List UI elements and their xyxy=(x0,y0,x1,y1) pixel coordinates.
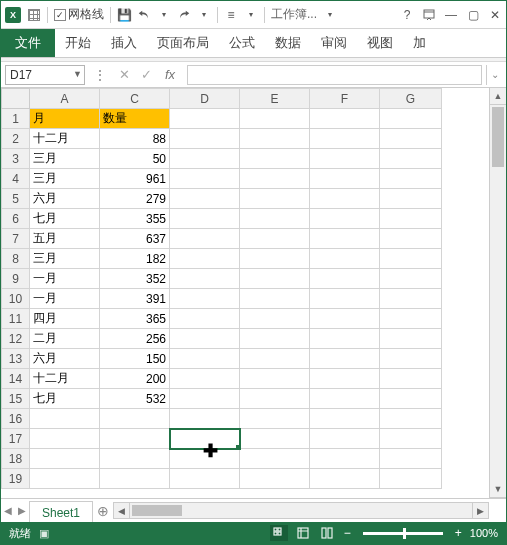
cell-F11[interactable] xyxy=(310,309,380,329)
cell-G8[interactable] xyxy=(380,249,442,269)
tab-insert[interactable]: 插入 xyxy=(101,29,147,57)
cell-A19[interactable] xyxy=(30,469,100,489)
cell-C2[interactable]: 88 xyxy=(100,129,170,149)
gridlines-toggle[interactable]: ✓网格线 xyxy=(54,6,104,23)
cell-A17[interactable] xyxy=(30,429,100,449)
undo-icon[interactable] xyxy=(137,8,151,22)
cell-D8[interactable] xyxy=(170,249,240,269)
scroll-right-icon[interactable]: ▶ xyxy=(472,502,489,519)
cell-G7[interactable] xyxy=(380,229,442,249)
cell-C12[interactable]: 256 xyxy=(100,329,170,349)
cell-D7[interactable] xyxy=(170,229,240,249)
close-icon[interactable]: ✕ xyxy=(488,8,502,22)
cell-C5[interactable]: 279 xyxy=(100,189,170,209)
cell-C3[interactable]: 50 xyxy=(100,149,170,169)
cell-D1[interactable] xyxy=(170,109,240,129)
cell-F4[interactable] xyxy=(310,169,380,189)
cell-A3[interactable]: 三月 xyxy=(30,149,100,169)
cell-A4[interactable]: 三月 xyxy=(30,169,100,189)
cell-F8[interactable] xyxy=(310,249,380,269)
cell-G17[interactable] xyxy=(380,429,442,449)
cell-G14[interactable] xyxy=(380,369,442,389)
cell-G1[interactable] xyxy=(380,109,442,129)
cell-G10[interactable] xyxy=(380,289,442,309)
cell-F9[interactable] xyxy=(310,269,380,289)
fx-icon[interactable]: fx xyxy=(159,67,181,82)
cell-A1[interactable]: 月 xyxy=(30,109,100,129)
cell-C16[interactable] xyxy=(100,409,170,429)
tab-more[interactable]: 加 xyxy=(403,29,436,57)
row-header-16[interactable]: 16 xyxy=(2,409,30,429)
formula-bar[interactable] xyxy=(187,65,482,85)
zoom-out-icon[interactable]: − xyxy=(342,526,353,540)
hscroll-thumb[interactable] xyxy=(132,505,182,516)
macro-record-icon[interactable]: ▣ xyxy=(39,527,49,540)
cell-D19[interactable] xyxy=(170,469,240,489)
align-dropdown-icon[interactable]: ▾ xyxy=(244,8,258,22)
cell-F1[interactable] xyxy=(310,109,380,129)
cell-A18[interactable] xyxy=(30,449,100,469)
view-normal-icon[interactable] xyxy=(270,525,288,541)
cell-D15[interactable] xyxy=(170,389,240,409)
grid-view-icon[interactable] xyxy=(27,8,41,22)
tab-layout[interactable]: 页面布局 xyxy=(147,29,219,57)
vscroll-thumb[interactable] xyxy=(492,107,504,167)
cell-E3[interactable] xyxy=(240,149,310,169)
row-header-11[interactable]: 11 xyxy=(2,309,30,329)
row-header-19[interactable]: 19 xyxy=(2,469,30,489)
view-pagelayout-icon[interactable] xyxy=(294,525,312,541)
cell-A13[interactable]: 六月 xyxy=(30,349,100,369)
cell-C19[interactable] xyxy=(100,469,170,489)
cell-D6[interactable] xyxy=(170,209,240,229)
sheet-tab[interactable]: Sheet1 xyxy=(29,501,93,523)
row-header-3[interactable]: 3 xyxy=(2,149,30,169)
row-header-1[interactable]: 1 xyxy=(2,109,30,129)
col-header-G[interactable]: G xyxy=(380,89,442,109)
row-header-7[interactable]: 7 xyxy=(2,229,30,249)
select-all-corner[interactable] xyxy=(2,89,30,109)
cell-F19[interactable] xyxy=(310,469,380,489)
row-header-17[interactable]: 17 xyxy=(2,429,30,449)
ribbon-options-icon[interactable] xyxy=(422,8,436,22)
tab-data[interactable]: 数据 xyxy=(265,29,311,57)
tab-nav-prev-icon[interactable]: ◀ xyxy=(1,505,15,516)
cell-F12[interactable] xyxy=(310,329,380,349)
cell-E15[interactable] xyxy=(240,389,310,409)
cell-E9[interactable] xyxy=(240,269,310,289)
row-header-13[interactable]: 13 xyxy=(2,349,30,369)
row-header-10[interactable]: 10 xyxy=(2,289,30,309)
cell-D2[interactable] xyxy=(170,129,240,149)
row-header-12[interactable]: 12 xyxy=(2,329,30,349)
cell-G19[interactable] xyxy=(380,469,442,489)
cell-D9[interactable] xyxy=(170,269,240,289)
cell-D4[interactable] xyxy=(170,169,240,189)
cell-E2[interactable] xyxy=(240,129,310,149)
cell-C7[interactable]: 637 xyxy=(100,229,170,249)
tab-formulas[interactable]: 公式 xyxy=(219,29,265,57)
add-sheet-icon[interactable]: ⊕ xyxy=(93,503,113,519)
cell-D18[interactable] xyxy=(170,449,240,469)
scroll-up-icon[interactable]: ▲ xyxy=(490,88,506,105)
cell-E10[interactable] xyxy=(240,289,310,309)
cell-D13[interactable] xyxy=(170,349,240,369)
cell-D11[interactable] xyxy=(170,309,240,329)
cell-C18[interactable] xyxy=(100,449,170,469)
redo-icon[interactable] xyxy=(177,8,191,22)
row-header-4[interactable]: 4 xyxy=(2,169,30,189)
col-header-C[interactable]: C xyxy=(100,89,170,109)
save-icon[interactable]: 💾 xyxy=(117,8,131,22)
formula-expand-icon[interactable]: ⌄ xyxy=(486,65,502,85)
cell-C8[interactable]: 182 xyxy=(100,249,170,269)
scroll-down-icon[interactable]: ▼ xyxy=(490,481,506,498)
cell-F7[interactable] xyxy=(310,229,380,249)
cell-C4[interactable]: 961 xyxy=(100,169,170,189)
redo-dropdown-icon[interactable]: ▾ xyxy=(197,8,211,22)
col-header-D[interactable]: D xyxy=(170,89,240,109)
zoom-in-icon[interactable]: + xyxy=(453,526,464,540)
tab-home[interactable]: 开始 xyxy=(55,29,101,57)
row-header-15[interactable]: 15 xyxy=(2,389,30,409)
cell-E1[interactable] xyxy=(240,109,310,129)
cell-A8[interactable]: 三月 xyxy=(30,249,100,269)
cell-A16[interactable] xyxy=(30,409,100,429)
cell-D12[interactable] xyxy=(170,329,240,349)
